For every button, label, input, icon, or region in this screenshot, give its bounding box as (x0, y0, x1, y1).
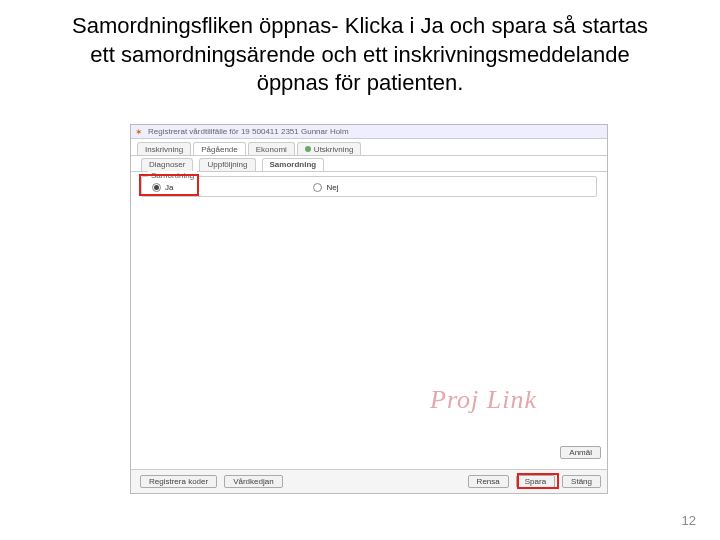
sub-tabs: Diagnoser Uppföljning Samordning (131, 156, 607, 172)
subtab-uppfoljning[interactable]: Uppföljning (199, 158, 255, 171)
app-window: ✶ Registrerat vårdtillfälle för 19 50041… (130, 124, 608, 494)
tab-label: Utskrivning (314, 145, 354, 154)
tab-ekonomi[interactable]: Ekonomi (248, 142, 295, 155)
radio-label: Nej (326, 183, 338, 192)
radio-icon (313, 183, 322, 192)
samordning-group: Samordning Ja Nej (141, 176, 597, 197)
group-label: Samordning (148, 171, 197, 180)
watermark: Proj Link (430, 385, 537, 415)
app-icon: ✶ (134, 127, 144, 137)
dot-icon (305, 146, 311, 152)
footer-bar: Registrera koder Vårdkedjan Rensa Spara … (131, 469, 607, 493)
tab-utskrivning[interactable]: Utskrivning (297, 142, 362, 155)
radio-nej[interactable]: Nej (313, 183, 338, 192)
stang-button[interactable]: Stäng (562, 475, 601, 488)
tab-pagaende[interactable]: Pågående (193, 142, 245, 155)
titlebar-text: Registrerat vårdtillfälle för 19 500411 … (148, 127, 349, 136)
rensa-button[interactable]: Rensa (468, 475, 509, 488)
radio-label: Ja (165, 183, 173, 192)
primary-tabs: Inskrivning Pågående Ekonomi Utskrivning (131, 139, 607, 156)
subtab-diagnoser[interactable]: Diagnoser (141, 158, 193, 171)
radio-icon (152, 183, 161, 192)
subtab-samordning[interactable]: Samordning (262, 158, 325, 171)
footer-right: Rensa Spara Stäng (465, 475, 601, 488)
slide-title: Samordningsfliken öppnas- Klicka i Ja oc… (0, 0, 720, 106)
footer-left: Registrera koder Vårdkedjan (137, 475, 461, 488)
spara-button[interactable]: Spara (516, 475, 555, 488)
registrera-koder-button[interactable]: Registrera koder (140, 475, 217, 488)
side-button-area: Anmäl (557, 446, 601, 459)
vardkedjan-button[interactable]: Vårdkedjan (224, 475, 282, 488)
tab-label: Inskrivning (145, 145, 183, 154)
tab-label: Ekonomi (256, 145, 287, 154)
radio-ja[interactable]: Ja (152, 183, 173, 192)
anmal-button[interactable]: Anmäl (560, 446, 601, 459)
titlebar: ✶ Registrerat vårdtillfälle för 19 50041… (131, 125, 607, 139)
tab-inskrivning[interactable]: Inskrivning (137, 142, 191, 155)
page-number: 12 (682, 513, 696, 528)
tab-label: Pågående (201, 145, 237, 154)
